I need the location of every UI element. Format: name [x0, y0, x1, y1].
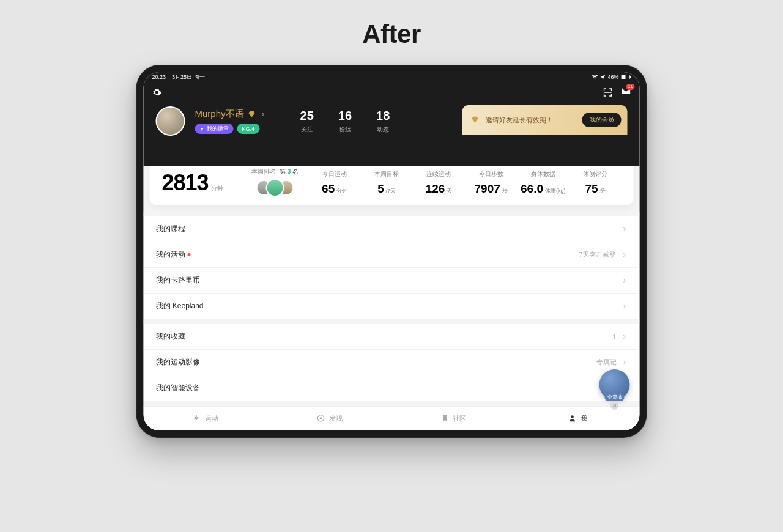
followers-stat[interactable]: 16 粉丝 — [338, 109, 352, 134]
svg-point-4 — [320, 417, 322, 419]
tab-label: 我 — [581, 414, 587, 423]
posts-label: 动态 — [376, 125, 390, 134]
stat-col[interactable]: 身体数据66.0体重(kg) — [517, 170, 569, 196]
tab-label: 运动 — [205, 414, 218, 423]
menu-title: 我的活动 — [156, 249, 579, 260]
membership-button[interactable]: 我的会员 — [582, 113, 622, 127]
medal-badge[interactable]: 我的徽章 — [195, 124, 234, 134]
svg-point-5 — [571, 415, 574, 418]
stat-value: 7907 — [475, 182, 500, 196]
tab-label: 发现 — [329, 414, 343, 423]
menu-title: 我的运动影像 — [156, 357, 596, 368]
chevron-right-icon — [622, 360, 628, 366]
name-row[interactable]: Murphy不语 — [195, 108, 266, 120]
stat-unit: 体重(kg) — [545, 187, 566, 195]
stat-col[interactable]: 今日运动65分钟 — [309, 170, 361, 196]
chevron-right-icon — [622, 226, 628, 232]
screen: 20:23 3月25日 周一 46% 11 — [144, 72, 640, 430]
rank-col[interactable]: 本周排名 第 3 名 — [242, 168, 309, 196]
location-icon — [600, 75, 605, 79]
stat-label: 体侧评分 — [569, 170, 621, 179]
stat-col[interactable]: 连续运动126天 — [413, 170, 465, 196]
menu-item[interactable]: 我的收藏1 — [144, 319, 640, 350]
stat-label: 身体数据 — [517, 170, 569, 179]
statusbar: 20:23 3月25日 周一 46% — [144, 72, 640, 82]
menu-title: 我的卡路里币 — [156, 275, 622, 286]
menu-item[interactable]: 我的 Keepland — [144, 294, 640, 319]
stat-value: 126 — [426, 182, 445, 196]
chevron-right-icon — [622, 278, 628, 284]
status-time: 20:23 — [152, 74, 166, 80]
stat-value: 65 — [322, 182, 335, 196]
tab-me[interactable]: 我 — [516, 407, 640, 430]
tab-icon — [317, 414, 325, 424]
battery-percent: 46% — [607, 74, 618, 80]
following-value: 25 — [300, 109, 314, 123]
menu-item[interactable]: 我的活动7天突击减脂 — [144, 242, 640, 268]
bolt-icon — [200, 127, 205, 131]
gear-icon[interactable] — [152, 87, 162, 97]
chevron-right-icon — [260, 111, 266, 117]
content: 我的数据 更多数据 2813 分钟 本周排名 — [144, 166, 640, 430]
battery-icon — [622, 75, 631, 79]
stat-col[interactable]: 今日步数7907步 — [465, 170, 517, 196]
following-stat[interactable]: 25 关注 — [300, 109, 314, 134]
close-icon[interactable]: ✕ — [610, 401, 619, 410]
badges-row: 我的徽章 KG.4 — [195, 124, 266, 134]
stats-grid: 2813 分钟 本周排名 第 3 名 — [162, 168, 622, 196]
stat-col[interactable]: 本周目标5/7天 — [361, 170, 413, 196]
menu-list[interactable]: 我的课程我的活动7天突击减脂我的卡路里币我的 Keepland我的收藏1我的运动… — [144, 212, 640, 404]
status-date: 3月25日 周一 — [172, 74, 205, 80]
stat-value: 5 — [377, 182, 384, 196]
diamond-icon — [248, 110, 256, 119]
diamond-icon — [471, 116, 480, 124]
stat-value: 66.0 — [521, 182, 543, 196]
scan-icon[interactable] — [603, 87, 613, 97]
notification-dot — [188, 253, 191, 256]
header: 11 Murphy不语 我的徽章 — [144, 82, 640, 166]
stat-col[interactable]: 体侧评分75分 — [569, 170, 621, 196]
total-minutes-value: 2813 — [162, 170, 209, 196]
stat-unit: 分钟 — [336, 187, 347, 195]
stat-value: 75 — [585, 182, 598, 196]
stats-card[interactable]: 我的数据 更多数据 2813 分钟 本周排名 — [150, 166, 634, 205]
posts-stat[interactable]: 18 动态 — [376, 109, 390, 134]
rank-label: 本周排名 第 3 名 — [242, 168, 309, 176]
level-badge[interactable]: KG.4 — [237, 124, 260, 134]
toolbar: 11 — [144, 82, 640, 99]
promo-label: 免费抽 — [605, 393, 625, 401]
mail-badge: 11 — [626, 84, 635, 90]
page-title: After — [0, 20, 783, 49]
total-minutes: 2813 分钟 — [162, 170, 223, 196]
stat-label: 今日运动 — [309, 170, 361, 179]
menu-item[interactable]: 我的智能设备 — [144, 375, 640, 401]
tabbar: 运动发现社区我 — [144, 406, 640, 430]
menu-meta: 7天突击减脂 — [579, 250, 616, 259]
total-minutes-unit: 分钟 — [211, 184, 223, 193]
menu-title: 我的 Keepland — [156, 301, 622, 311]
medal-badge-label: 我的徽章 — [207, 125, 229, 133]
invite-card[interactable]: 邀请好友延长有效期！ 我的会员 — [462, 105, 628, 135]
svg-rect-1 — [622, 75, 626, 79]
tab-discover[interactable]: 发现 — [267, 407, 392, 430]
stat-unit: /7天 — [386, 187, 396, 195]
username: Murphy不语 — [195, 108, 244, 120]
chevron-right-icon — [622, 334, 628, 340]
avatar[interactable] — [156, 106, 185, 136]
menu-item[interactable]: 我的课程 — [144, 212, 640, 242]
mail-button[interactable]: 11 — [622, 86, 631, 98]
tab-community[interactable]: 社区 — [392, 407, 516, 430]
menu-title: 我的智能设备 — [156, 383, 622, 393]
statusbar-left: 20:23 3月25日 周一 — [152, 73, 205, 81]
tab-icon — [193, 414, 201, 424]
menu-item[interactable]: 我的卡路里币 — [144, 268, 640, 294]
tab-workout[interactable]: 运动 — [144, 407, 268, 430]
menu-item[interactable]: 我的运动影像专属记 — [144, 350, 640, 375]
tablet-frame: 20:23 3月25日 周一 46% 11 — [136, 65, 647, 438]
profile-main: Murphy不语 我的徽章 KG.4 — [195, 108, 266, 134]
promo-floating-button[interactable]: 免费抽 ✕ — [599, 369, 630, 400]
svg-rect-2 — [630, 76, 631, 78]
stat-label: 连续运动 — [413, 170, 465, 179]
stat-unit: 分 — [600, 187, 606, 195]
chevron-right-icon — [622, 252, 628, 258]
